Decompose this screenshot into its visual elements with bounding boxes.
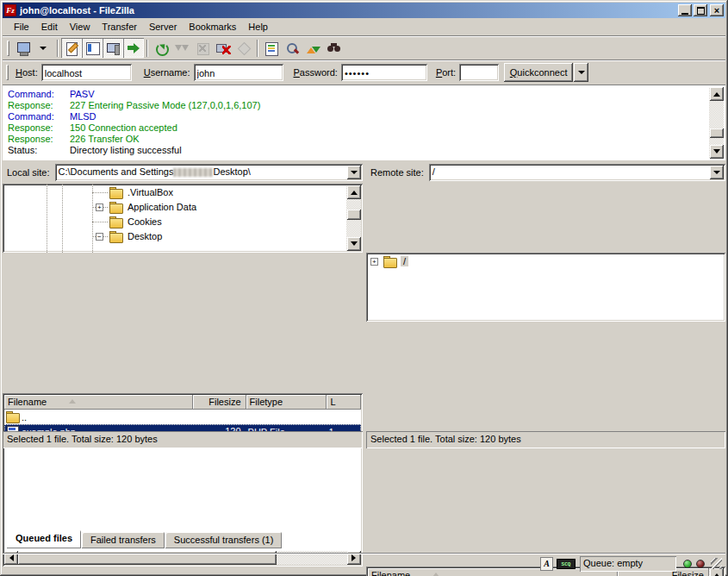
scroll-up-button[interactable] (710, 87, 724, 101)
menu-item-file[interactable]: File (8, 20, 35, 34)
find-files-icon (326, 41, 341, 56)
remote-path-dropdown-button[interactable] (710, 166, 724, 179)
toggle-message-log-button[interactable] (61, 38, 82, 58)
log-line: Response:150 Connection accepted (8, 122, 705, 134)
toolbar-gripper[interactable] (7, 41, 9, 56)
quickconnect-dropdown-button[interactable] (574, 63, 588, 82)
tree-item[interactable]: Cookies (3, 215, 345, 229)
port-input[interactable] (459, 64, 499, 81)
local-tree-scrollbar[interactable] (346, 185, 361, 251)
tree-item-label: / (401, 256, 408, 266)
menu-item-edit[interactable]: Edit (35, 20, 64, 34)
scroll-down-button[interactable] (710, 145, 724, 159)
username-label: Username: (144, 67, 190, 78)
arrow-up-icon (351, 187, 358, 195)
local-path-combo[interactable]: C:\Documents and SettingsDesktop\ (55, 164, 363, 181)
toggle-remote-tree-button[interactable] (103, 38, 123, 58)
log-line: Response:227 Entering Passive Mode (127,… (8, 100, 705, 111)
synchronized-browsing-icon (305, 41, 320, 56)
maximize-button[interactable] (694, 4, 707, 16)
resize-grip[interactable] (711, 558, 722, 569)
tree-item-label: Cookies (126, 216, 164, 227)
remote-site-label: Remote site: (370, 167, 424, 178)
remote-path-combo[interactable]: / (429, 164, 725, 181)
local-directory-tree: .VirtualBox+Application DataCookies−Desk… (3, 185, 345, 244)
scroll-thumb[interactable] (347, 210, 361, 220)
log-vertical-scrollbar[interactable] (709, 87, 724, 159)
site-manager-button[interactable] (13, 38, 34, 58)
refresh-button[interactable] (151, 38, 171, 58)
directory-comparison-button[interactable] (282, 38, 302, 58)
minimize-button[interactable] (678, 4, 692, 16)
find-files-button[interactable] (323, 38, 344, 58)
tree-item[interactable]: −Desktop (3, 229, 345, 244)
local-path-dropdown-button[interactable] (347, 166, 361, 179)
data-led-green-icon (683, 560, 692, 568)
reconnect-icon (236, 41, 252, 56)
tree-connector (92, 222, 108, 222)
synchronized-browsing-button[interactable] (302, 38, 323, 58)
quickbar-gripper[interactable] (6, 65, 9, 80)
password-input[interactable] (341, 64, 427, 81)
username-input[interactable] (194, 64, 283, 81)
log-message: 150 Connection accepted (70, 122, 177, 134)
close-button[interactable]: × (710, 4, 724, 16)
menu-item-server[interactable]: Server (143, 20, 183, 34)
scroll-down-button[interactable] (347, 237, 361, 251)
file-row[interactable]: .. (4, 410, 361, 424)
local-path-suffix: Desktop\ (213, 166, 250, 177)
column-header-filesize[interactable]: Filesize (193, 395, 246, 410)
toggle-queue-icon (126, 41, 141, 56)
column-header-filename[interactable]: Filename (4, 395, 193, 410)
menu-item-help[interactable]: Help (242, 20, 274, 34)
host-input[interactable] (41, 64, 132, 81)
arrow-down-icon (713, 149, 720, 157)
toggle-queue-button[interactable] (123, 38, 144, 58)
port-label: Port: (436, 67, 456, 78)
toggle-local-tree-button[interactable] (82, 38, 103, 58)
log-line: Response:226 Transfer OK (8, 134, 705, 145)
sort-ascending-icon (69, 396, 76, 404)
site-manager-dropdown-button[interactable] (34, 38, 54, 58)
disconnect-button[interactable] (213, 38, 233, 58)
tree-expander-plus-icon[interactable]: + (370, 258, 378, 266)
tree-expander-plus-icon[interactable]: + (96, 203, 103, 211)
tree-item[interactable]: +/ (366, 254, 724, 269)
tree-item-label: .VirtualBox (126, 187, 175, 197)
file-name: .. (22, 410, 27, 424)
filezilla-logo-icon: Fz (4, 4, 16, 16)
log-type: Response: (8, 100, 70, 111)
close-icon: × (714, 6, 719, 16)
tab-successfultransfers[interactable]: Successful transfers (1) (165, 532, 283, 548)
quickconnect-button[interactable]: Quickconnect (504, 63, 573, 82)
remote-tree-panel: +/ (366, 253, 725, 322)
tab-queuedfiles[interactable]: Queued files (7, 530, 81, 548)
log-type: Command: (8, 89, 70, 100)
queue-tabs: Queued filesFailed transfersSuccessful t… (7, 532, 722, 551)
scroll-up-button[interactable] (347, 185, 361, 199)
tree-item[interactable]: +Application Data (3, 200, 345, 215)
speedlimits-badge-icon[interactable]: SCQ (557, 559, 576, 569)
file-modified (327, 410, 361, 424)
column-header-l[interactable]: L (327, 395, 361, 410)
tree-item[interactable]: .VirtualBox (3, 185, 345, 200)
toolbar-separator (146, 40, 148, 57)
queue-size-field: Queue: empty (580, 556, 676, 572)
menu-item-bookmarks[interactable]: Bookmarks (183, 20, 242, 34)
tab-failedtransfers[interactable]: Failed transfers (82, 532, 165, 548)
toggle-message-log-icon (64, 41, 79, 56)
directory-filter-button[interactable] (261, 38, 282, 58)
column-header-filetype[interactable]: Filetype (246, 395, 327, 410)
tree-item-label: Desktop (126, 231, 164, 241)
menu-item-transfer[interactable]: Transfer (96, 20, 143, 34)
arrow-up-icon (713, 89, 720, 97)
scroll-thumb[interactable] (710, 128, 724, 138)
tree-expander-minus-icon[interactable]: − (96, 233, 103, 241)
log-line: Status:Directory listing successful (8, 145, 705, 156)
local-site-label: Local site: (7, 167, 50, 178)
titlebar[interactable]: Fz john@localhost - FileZilla × (3, 3, 725, 18)
log-message: 227 Entering Passive Mode (127,0,0,1,6,1… (70, 100, 260, 111)
menu-item-view[interactable]: View (64, 20, 96, 34)
tree-item-label: Application Data (126, 202, 198, 212)
remote-selection-status: Selected 1 file. Total size: 120 bytes (366, 431, 725, 448)
